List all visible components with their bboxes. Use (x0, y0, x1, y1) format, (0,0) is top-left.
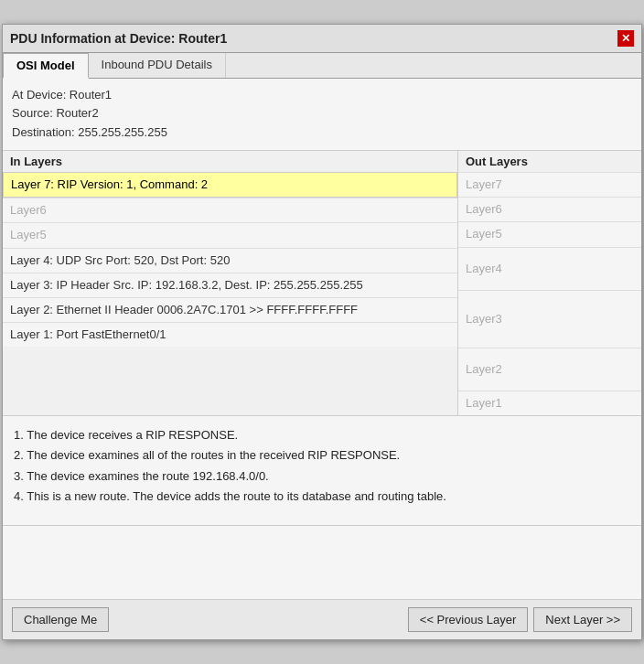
device-info: At Device: Router1 Source: Router2 Desti… (3, 79, 641, 151)
desc-line-2: 2. The device examines all of the routes… (14, 445, 630, 466)
out-layer-6[interactable]: Layer6 (458, 197, 641, 221)
out-layer-3[interactable]: Layer3 (458, 290, 641, 348)
title-bar: PDU Information at Device: Router1 ✕ (3, 25, 641, 53)
pdu-window: PDU Information at Device: Router1 ✕ OSI… (2, 24, 642, 641)
in-layer-1[interactable]: Layer 1: Port FastEthernet0/1 (3, 322, 457, 347)
out-layer-7[interactable]: Layer7 (458, 172, 641, 197)
in-layer-6[interactable]: Layer6 (3, 198, 457, 222)
tab-inbound-pdu[interactable]: Inbound PDU Details (89, 53, 226, 78)
in-layer-7[interactable]: Layer 7: RIP Version: 1, Command: 2 (3, 172, 457, 198)
challenge-me-button[interactable]: Challenge Me (12, 607, 109, 632)
in-layer-3[interactable]: Layer 3: IP Header Src. IP: 192.168.3.2,… (3, 273, 457, 297)
in-layer-2[interactable]: Layer 2: Ethernet II Header 0006.2A7C.17… (3, 297, 457, 322)
desc-line-4: 4. This is a new route. The device adds … (14, 487, 630, 507)
layers-section: In Layers Layer 7: RIP Version: 1, Comma… (3, 151, 641, 416)
close-button[interactable]: ✕ (617, 30, 634, 47)
desc-line-3: 3. The device examines the route 192.168… (14, 466, 630, 487)
out-layers-header: Out Layers (458, 151, 641, 172)
in-layer-4[interactable]: Layer 4: UDP Src Port: 520, Dst Port: 52… (3, 248, 457, 273)
device-info-line2: Source: Router2 (12, 104, 632, 123)
prev-layer-button[interactable]: << Previous Layer (408, 607, 529, 632)
out-layers-panel: Out Layers Layer7 Layer6 Layer5 Layer4 L… (458, 151, 641, 415)
in-layers-panel: In Layers Layer 7: RIP Version: 1, Comma… (3, 151, 458, 415)
out-layer-1[interactable]: Layer1 (458, 391, 641, 415)
layer-nav-buttons: << Previous Layer Next Layer >> (408, 607, 632, 632)
desc-line-1: 1. The device receives a RIP RESPONSE. (14, 425, 630, 445)
device-info-line3: Destination: 255.255.255.255 (12, 123, 632, 143)
in-layers-header: In Layers (3, 151, 457, 172)
device-info-line1: At Device: Router1 (12, 86, 632, 105)
in-layer-5[interactable]: Layer5 (3, 222, 457, 247)
tab-osi-model[interactable]: OSI Model (3, 53, 89, 79)
tab-bar: OSI Model Inbound PDU Details (3, 53, 641, 79)
description-section: 1. The device receives a RIP RESPONSE. 2… (3, 416, 641, 526)
spacer (3, 526, 641, 599)
out-layer-2[interactable]: Layer2 (458, 348, 641, 391)
window-title: PDU Information at Device: Router1 (10, 31, 227, 46)
out-layer-5[interactable]: Layer5 (458, 221, 641, 246)
footer: Challenge Me << Previous Layer Next Laye… (3, 599, 641, 639)
next-layer-button[interactable]: Next Layer >> (533, 607, 632, 632)
out-layer-4[interactable]: Layer4 (458, 247, 641, 290)
